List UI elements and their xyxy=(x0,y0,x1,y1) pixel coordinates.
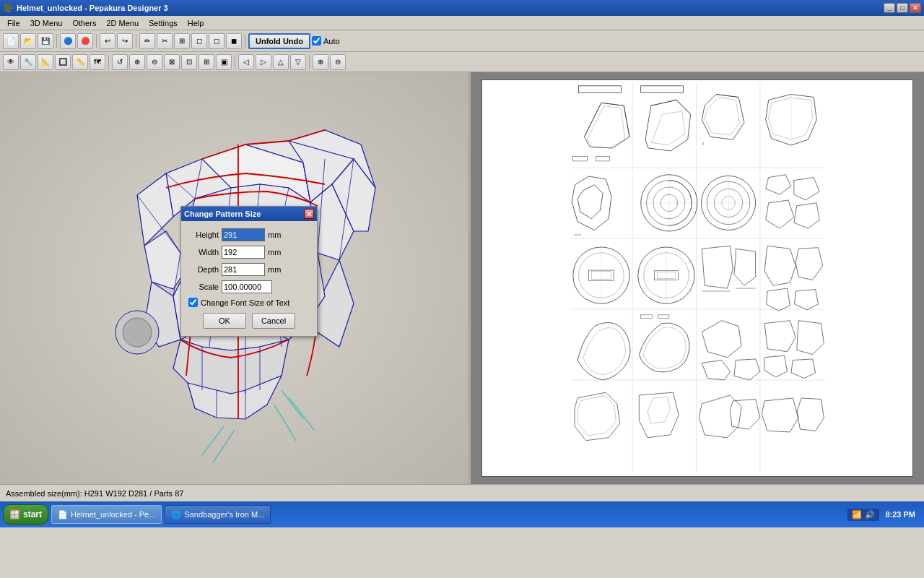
depth-input[interactable] xyxy=(222,263,265,276)
height-input[interactable] xyxy=(222,228,265,241)
svg-marker-94 xyxy=(766,175,791,194)
start-button[interactable]: 🪟 start xyxy=(3,504,48,525)
tb2-3[interactable]: 📐 xyxy=(38,54,53,70)
taskbar: 🪟 start 📄 Helmet_unlocked - Pe... 🌐 Sand… xyxy=(0,501,924,527)
menu-others[interactable]: Others xyxy=(68,17,100,29)
svg-marker-80 xyxy=(578,185,603,219)
width-unit: mm xyxy=(268,248,282,256)
font-size-checkbox-row: Change Font Size of Text xyxy=(188,298,310,307)
sep5 xyxy=(108,55,109,69)
svg-marker-129 xyxy=(762,398,798,432)
menu-2dmenu[interactable]: 2D Menu xyxy=(102,17,143,29)
svg-marker-79 xyxy=(572,176,611,230)
volume-icon: 🔊 xyxy=(865,510,875,519)
tb2-16[interactable]: △ xyxy=(273,54,289,70)
svg-rect-132 xyxy=(596,157,610,161)
sep1 xyxy=(56,34,57,48)
height-row: Height mm xyxy=(188,228,310,241)
width-input[interactable] xyxy=(222,246,265,259)
tb2-7[interactable]: ↺ xyxy=(112,54,128,70)
taskbar-pepakura-label: Helmet_unlocked - Pe... xyxy=(71,510,155,519)
svg-marker-95 xyxy=(794,178,819,200)
height-unit: mm xyxy=(268,230,282,239)
width-label: Width xyxy=(188,248,219,256)
svg-marker-115 xyxy=(795,290,819,310)
2d-view[interactable]: 3 parts xyxy=(471,72,924,484)
tb2-19[interactable]: ⊖ xyxy=(330,54,346,70)
tb2-10[interactable]: ⊠ xyxy=(164,54,180,70)
clock: 8:23 PM xyxy=(885,510,915,519)
svg-marker-72 xyxy=(702,95,744,140)
tb2-2[interactable]: 🔧 xyxy=(20,54,36,70)
scale-row: Scale xyxy=(188,280,310,293)
svg-marker-128 xyxy=(730,400,759,429)
menu-settings[interactable]: Settings xyxy=(144,17,182,29)
tb2-11[interactable]: ⊡ xyxy=(181,54,197,70)
taskbar-browser-label: Sandbagger's Iron M... xyxy=(184,510,264,519)
tb2-4[interactable]: 🔲 xyxy=(55,54,71,70)
svg-line-64 xyxy=(584,103,601,137)
tb2-14[interactable]: ◁ xyxy=(238,54,254,70)
tb-tool-1[interactable]: ✏ xyxy=(139,33,155,49)
tb2-8[interactable]: ⊕ xyxy=(129,54,145,70)
tb2-1[interactable]: 👁 xyxy=(3,54,19,70)
svg-marker-97 xyxy=(794,203,819,228)
svg-marker-109 xyxy=(734,249,756,285)
scale-input[interactable] xyxy=(222,280,272,293)
auto-checkbox[interactable] xyxy=(312,36,321,46)
tb2-15[interactable]: ▷ xyxy=(256,54,271,70)
tb-tool-3[interactable]: ⊞ xyxy=(174,33,190,49)
save-button[interactable]: 💾 xyxy=(38,33,53,49)
change-pattern-size-dialog: Change Pattern Size ✕ Height mm Width mm xyxy=(180,206,318,337)
dialog-title-text: Change Pattern Size xyxy=(184,210,261,218)
maximize-button[interactable]: □ xyxy=(897,3,908,13)
tb-3d-1[interactable]: 🔵 xyxy=(60,33,76,49)
new-button[interactable]: 📄 xyxy=(3,33,19,49)
tb2-5[interactable]: 📏 xyxy=(72,54,88,70)
title-bar: 🪖 Helmet_unlocked - Pepakura Designer 3 … xyxy=(0,0,924,16)
close-button[interactable]: ✕ xyxy=(910,3,921,13)
taskbar-item-pepakura[interactable]: 📄 Helmet_unlocked - Pe... xyxy=(51,505,162,524)
tb-3d-2[interactable]: 🔴 xyxy=(77,33,93,49)
tb-tool-4[interactable]: ◻ xyxy=(191,33,207,49)
tb-tool-2[interactable]: ✂ xyxy=(157,33,173,49)
sep3 xyxy=(136,34,136,48)
dialog-close-button[interactable]: ✕ xyxy=(304,209,314,219)
svg-marker-118 xyxy=(734,359,760,380)
tb2-6[interactable]: 🗺 xyxy=(90,54,105,70)
svg-rect-62 xyxy=(641,86,684,92)
undo-button[interactable]: ↩ xyxy=(100,33,116,49)
svg-rect-133 xyxy=(641,315,653,319)
menu-3dmenu[interactable]: 3D Menu xyxy=(26,17,67,29)
svg-text:parts: parts xyxy=(575,233,581,236)
cancel-button[interactable]: Cancel xyxy=(252,313,295,329)
svg-marker-114 xyxy=(767,288,790,311)
menu-bar: File 3D Menu Others 2D Menu Settings Hel… xyxy=(0,16,924,30)
tb2-13[interactable]: ▣ xyxy=(216,54,232,70)
taskbar-item-browser[interactable]: 🌐 Sandbagger's Iron M... xyxy=(165,505,271,524)
depth-label: Depth xyxy=(188,265,219,274)
tb2-9[interactable]: ⊖ xyxy=(147,54,162,70)
minimize-button[interactable]: _ xyxy=(884,3,895,13)
tb2-18[interactable]: ⊕ xyxy=(313,54,328,70)
tb-tool-5[interactable]: ◻ xyxy=(209,33,225,49)
sep6 xyxy=(235,55,235,69)
tb2-17[interactable]: ▽ xyxy=(290,54,306,70)
scale-label: Scale xyxy=(188,282,219,291)
menu-help[interactable]: Help xyxy=(183,17,209,29)
font-size-checkbox[interactable] xyxy=(188,298,198,307)
svg-marker-77 xyxy=(769,98,813,139)
tb-tool-6[interactable]: ◼ xyxy=(226,33,242,49)
svg-rect-131 xyxy=(573,157,588,161)
open-button[interactable]: 📂 xyxy=(20,33,36,49)
svg-marker-74 xyxy=(705,97,740,134)
unfold-undo-button[interactable]: Unfold Undo xyxy=(248,33,310,49)
svg-marker-63 xyxy=(584,103,629,148)
svg-marker-125 xyxy=(639,392,679,438)
dialog-content: Height mm Width mm Depth mm xyxy=(181,221,317,336)
menu-file[interactable]: File xyxy=(3,17,25,29)
redo-button[interactable]: ↪ xyxy=(117,33,133,49)
sep4 xyxy=(245,34,245,48)
ok-button[interactable]: OK xyxy=(203,313,246,329)
tb2-12[interactable]: ⊞ xyxy=(199,54,214,70)
